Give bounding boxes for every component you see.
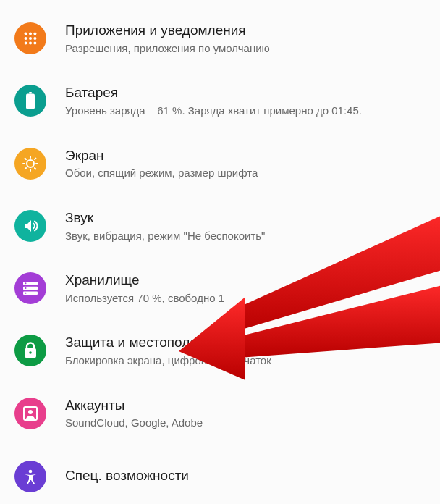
settings-list: Приложения и уведомления Разрешения, при… [0, 0, 440, 497]
settings-item-sub: Обои, спящий режим, размер шрифта [65, 166, 427, 180]
settings-item-title: Защита и местоположение [65, 334, 427, 351]
account-icon [14, 398, 46, 429]
accessibility-icon [14, 461, 46, 492]
svg-point-2 [33, 33, 36, 35]
settings-item-sub: Уровень заряда – 61 %. Заряда хватит при… [65, 104, 427, 118]
settings-item-title: Спец. возможности [65, 467, 427, 484]
svg-line-17 [35, 168, 35, 169]
svg-point-11 [27, 160, 34, 167]
svg-point-27 [29, 352, 32, 355]
settings-item-title: Приложения и уведомления [65, 22, 427, 39]
settings-item-title: Экран [65, 147, 427, 164]
svg-point-23 [25, 282, 27, 284]
settings-item-display[interactable]: Экран Обои, спящий режим, размер шрифта [0, 133, 440, 195]
svg-line-18 [25, 168, 26, 169]
svg-rect-10 [26, 94, 35, 109]
settings-item-sub: Звук, вибрация, режим "Не беспокоить" [65, 229, 427, 243]
sound-icon [14, 210, 46, 242]
svg-line-19 [35, 158, 35, 159]
settings-item-sub: Разрешения, приложения по умолчанию [65, 41, 427, 56]
settings-item-sub: Блокировка экрана, цифровой отпечаток [65, 353, 427, 368]
settings-item-storage[interactable]: Хранилище Используется 70 %, свободно 1 [0, 257, 440, 319]
settings-item-security[interactable]: Защита и местоположение Блокировка экран… [0, 319, 440, 382]
settings-item-apps[interactable]: Приложения и уведомления Разрешения, при… [0, 7, 440, 70]
svg-point-1 [29, 33, 32, 35]
settings-item-accounts[interactable]: Аккаунты SoundCloud, Google, Adobe [0, 382, 440, 445]
svg-rect-9 [29, 92, 32, 94]
settings-item-battery[interactable]: Батарея Уровень заряда – 61 %. Заряда хв… [0, 70, 440, 132]
svg-point-30 [29, 469, 33, 473]
svg-point-25 [25, 293, 27, 294]
settings-item-accessibility[interactable]: Спец. возможности [0, 445, 440, 497]
svg-point-24 [25, 287, 27, 289]
svg-point-3 [25, 37, 28, 40]
svg-line-16 [25, 158, 26, 159]
svg-point-4 [29, 37, 32, 40]
settings-item-title: Батарея [65, 84, 427, 101]
settings-item-title: Хранилище [65, 272, 427, 289]
settings-item-sub: Используется 70 %, свободно 1 [65, 291, 427, 306]
settings-item-sound[interactable]: Звук Звук, вибрация, режим "Не беспокоит… [0, 195, 440, 257]
storage-icon [14, 272, 46, 304]
svg-point-29 [28, 410, 33, 414]
svg-point-0 [25, 33, 28, 35]
brightness-icon [14, 148, 46, 180]
apps-icon [14, 22, 46, 54]
settings-item-title: Звук [65, 209, 427, 227]
battery-icon [14, 85, 46, 117]
lock-icon [14, 335, 46, 366]
settings-item-sub: SoundCloud, Google, Adobe [65, 416, 427, 430]
svg-point-8 [33, 42, 36, 45]
settings-item-title: Аккаунты [65, 397, 427, 414]
svg-point-7 [29, 42, 32, 45]
svg-point-6 [25, 42, 28, 45]
svg-point-5 [33, 37, 36, 40]
